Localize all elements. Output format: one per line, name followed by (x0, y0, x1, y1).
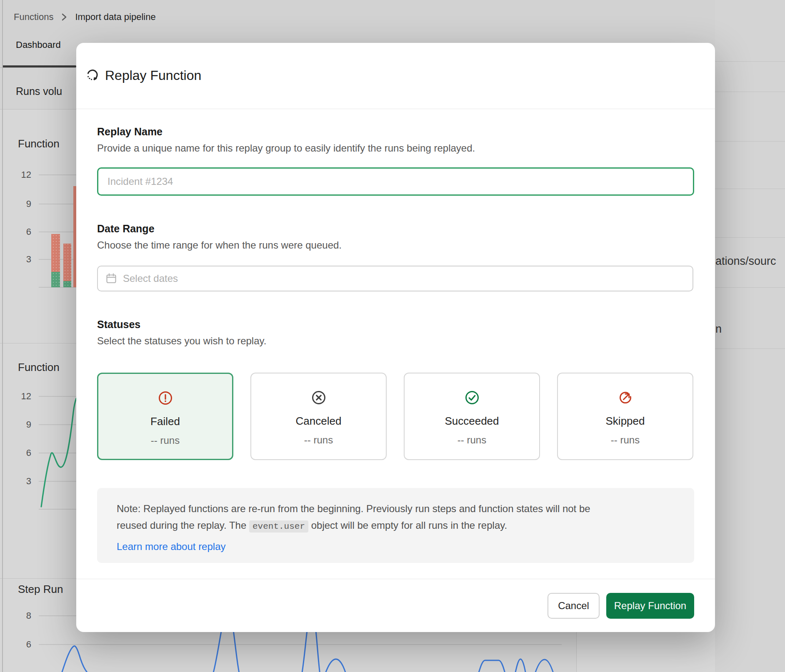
modal-title: Replay Function (105, 68, 201, 83)
status-card-skipped[interactable]: Skipped -- runs (557, 373, 693, 460)
footer-divider (76, 579, 715, 579)
breadcrumb: Functions Import data pipeline (14, 12, 156, 22)
learn-more-link[interactable]: Learn more about replay (117, 538, 226, 555)
tab-active-indicator (2, 65, 76, 67)
screen: Functions Import data pipeline Dashboard… (0, 0, 785, 672)
stacked-bars (51, 186, 76, 287)
replay-name-input[interactable] (97, 167, 694, 196)
code-chip: event.user (249, 520, 308, 533)
status-cards: Failed -- runs Canceled -- runs (97, 373, 694, 460)
status-card-runs: -- runs (151, 435, 180, 446)
date-range-placeholder: Select dates (123, 273, 178, 284)
replay-function-modal: Replay Function Replay Name Provide a un… (76, 43, 715, 632)
modal-header: Replay Function (76, 43, 715, 109)
chevron-right-icon (61, 12, 68, 22)
status-card-label: Succeeded (445, 415, 499, 428)
status-card-runs: -- runs (458, 434, 486, 446)
failed-icon (158, 391, 173, 406)
date-range-label: Date Range (97, 223, 155, 235)
right-text-fragment: ations/sourc (715, 255, 776, 268)
right-background-strip: ations/sourc n (715, 0, 785, 672)
status-card-canceled[interactable]: Canceled -- runs (250, 373, 387, 460)
status-card-succeeded[interactable]: Succeeded -- runs (404, 373, 540, 460)
note-line1: Note: Replayed functions are re-run from… (117, 503, 590, 514)
status-card-label: Skipped (606, 415, 645, 428)
status-card-label: Canceled (296, 415, 342, 428)
replay-function-button[interactable]: Replay Function (606, 593, 694, 619)
statuses-description: Select the statuses you wish to replay. (97, 335, 266, 347)
note-box: Note: Replayed functions are re-run from… (97, 488, 694, 563)
runs-volume-heading: Runs volu (16, 85, 62, 97)
note-line2-before: reused during the replay. The (117, 520, 249, 531)
replay-icon (85, 68, 100, 82)
note-text: Note: Replayed functions are re-run from… (117, 500, 677, 555)
canceled-icon (311, 390, 326, 405)
breadcrumb-current: Import data pipeline (75, 12, 155, 22)
status-card-failed[interactable]: Failed -- runs (97, 373, 233, 460)
left-page-border (2, 0, 3, 672)
succeeded-icon (465, 390, 480, 405)
tab-dashboard[interactable]: Dashboard (16, 40, 61, 50)
status-card-runs: -- runs (304, 434, 333, 446)
replay-name-description: Provide a unique name for this replay gr… (97, 142, 475, 154)
skipped-icon (618, 390, 633, 405)
status-card-label: Failed (150, 415, 180, 428)
calendar-icon (105, 273, 117, 284)
replay-name-label: Replay Name (97, 126, 162, 138)
cancel-button[interactable]: Cancel (548, 593, 600, 619)
note-line2-after: object will be empty for all runs in the… (308, 520, 507, 531)
status-card-runs: -- runs (611, 434, 640, 446)
right-text-fragment: n (715, 323, 722, 336)
date-range-description: Choose the time range for when the runs … (97, 239, 342, 251)
breadcrumb-functions[interactable]: Functions (14, 12, 53, 22)
statuses-label: Statuses (97, 319, 140, 331)
date-range-field[interactable]: Select dates (97, 266, 693, 291)
